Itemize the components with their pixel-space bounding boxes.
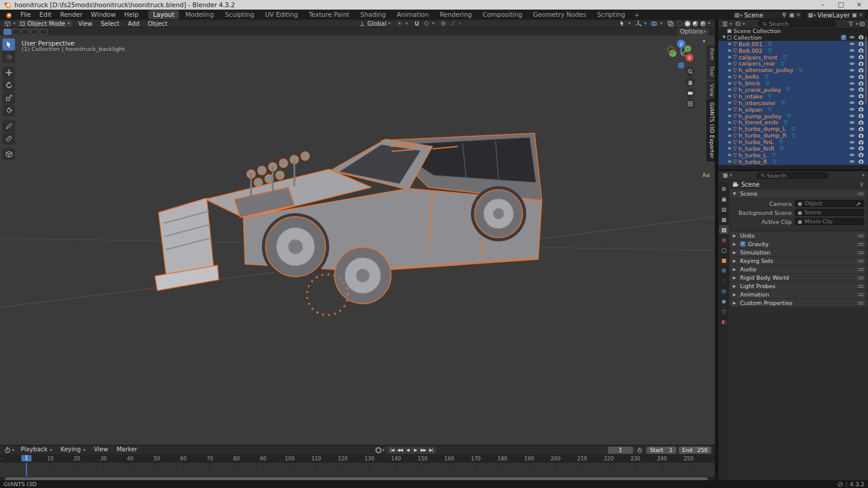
snap-magnet-icon[interactable] — [413, 20, 421, 27]
object-name[interactable]: h_crank_pulley — [739, 86, 782, 93]
panel-simulation-header[interactable]: ▶Simulation — [730, 249, 867, 256]
object-name[interactable]: Bolt.001 — [739, 41, 763, 47]
outliner-row-object[interactable]: ▶▽h_intake▽ — [718, 93, 868, 100]
pivot-point-icon[interactable] — [395, 20, 404, 27]
outliner-row-object[interactable]: ▶▽h_pump_pulley▽ — [718, 113, 868, 119]
transform-tool-button[interactable] — [2, 104, 15, 116]
hide-eye-icon[interactable] — [849, 93, 855, 99]
outliner-row-object[interactable]: ▶▽h_alternator_pulley▽ — [718, 67, 868, 73]
disable-render-icon[interactable] — [858, 93, 864, 99]
workspace-tab-modeling[interactable]: Modeling — [180, 10, 219, 19]
object-name[interactable]: h_intake — [739, 93, 763, 100]
outliner-row-collection[interactable]: ▼▢Collection✓ — [718, 34, 868, 41]
timeline-ruler[interactable]: › 1 102030405060708090100110120130140150… — [0, 454, 715, 463]
object-name[interactable]: h_oilpan — [739, 106, 763, 113]
outliner-row-object[interactable]: ▶▽h_turbo_L▽ — [718, 152, 868, 158]
outliner-row-scene-collection[interactable]: ▣Scene Collection — [718, 28, 868, 34]
jump-end-button[interactable]: ▶| — [427, 447, 435, 454]
properties-tab-modifiers[interactable]: ⚙ — [719, 266, 729, 275]
hide-eye-icon[interactable] — [849, 139, 855, 145]
hide-eye-icon[interactable] — [849, 74, 855, 80]
next-keyframe-button[interactable]: ▶▶ — [419, 447, 427, 454]
select-mode-set-button[interactable] — [4, 29, 11, 35]
object-name[interactable]: h_tierod_ends — [739, 119, 778, 125]
select-mode-invert-button[interactable] — [31, 29, 38, 35]
outliner-row-object[interactable]: ▶▽h_belts▽ — [718, 73, 868, 80]
object-name[interactable]: h_turbo_L — [739, 152, 766, 158]
properties-tab-output[interactable]: ▤ — [719, 205, 729, 214]
disclosure-closed-icon[interactable]: ▶ — [727, 133, 733, 138]
disable-render-icon[interactable] — [858, 74, 864, 80]
disable-render-icon[interactable] — [858, 113, 864, 119]
disable-render-icon[interactable] — [858, 67, 864, 73]
prev-keyframe-button[interactable]: ◀◀ — [396, 447, 404, 454]
add-workspace-button[interactable]: + — [631, 11, 643, 19]
viewport-menu-add[interactable]: Add — [124, 19, 144, 29]
disable-render-icon[interactable] — [858, 47, 864, 53]
properties-tab-view-layer[interactable]: ▦ — [719, 215, 729, 224]
properties-tab-object[interactable]: ■ — [719, 256, 729, 265]
select-mode-intersect-button[interactable] — [40, 29, 47, 35]
play-button[interactable]: ▶ — [411, 447, 419, 454]
hide-eye-icon[interactable] — [849, 113, 855, 119]
disclosure-closed-icon[interactable]: ▶ — [727, 68, 733, 73]
hide-eye-icon[interactable] — [849, 119, 855, 125]
collection-checkbox[interactable]: ✓ — [841, 35, 846, 40]
hide-eye-icon[interactable] — [849, 34, 855, 40]
outliner-row-object[interactable]: ▶▽h_block▽ — [718, 80, 868, 86]
disclosure-closed-icon[interactable]: ▶ — [727, 100, 733, 105]
disable-render-icon[interactable] — [858, 34, 864, 40]
scene-selector[interactable]: ▧▾ Scene ▣ ✕ — [732, 11, 803, 19]
panel-keying-sets-header[interactable]: ▶Keying Sets — [730, 257, 867, 265]
panel-checkbox[interactable]: ✓ — [740, 241, 745, 247]
disable-render-icon[interactable] — [858, 54, 864, 60]
breadcrumb-scene-label[interactable]: Scene — [741, 181, 760, 188]
hide-eye-icon[interactable] — [849, 54, 855, 60]
panel-grip-icon[interactable] — [858, 277, 864, 279]
disable-render-icon[interactable] — [858, 126, 864, 132]
panel-animation-header[interactable]: ▶Animation — [730, 291, 867, 298]
workspace-tab-animation[interactable]: Animation — [392, 10, 434, 19]
disclosure-closed-icon[interactable]: ▶ — [727, 41, 733, 46]
gizmos-toggle-icon[interactable] — [634, 20, 642, 27]
measure-tool-button[interactable] — [2, 133, 15, 145]
object-name[interactable]: Bolt.002 — [739, 47, 763, 54]
auto-keyframe-button[interactable] — [375, 447, 381, 453]
disclosure-closed-icon[interactable]: ▶ — [727, 120, 733, 125]
hide-eye-icon[interactable] — [849, 126, 855, 132]
properties-search-input[interactable]: Search — [756, 172, 828, 179]
sidebar-tab-tool[interactable]: Tool — [706, 63, 715, 80]
hide-eye-icon[interactable] — [849, 158, 855, 164]
xray-toggle-icon[interactable] — [666, 20, 675, 27]
annotate-tool-button[interactable] — [2, 120, 15, 132]
panel-scene-header[interactable]: ▼ Scene — [730, 190, 867, 197]
shading-wireframe-button[interactable] — [677, 21, 682, 26]
object-name[interactable]: h_alternator_pulley — [739, 67, 794, 73]
outliner-row-object[interactable]: ▶▽h_turbo_dump_L▽ — [718, 125, 868, 132]
timeline-tracks[interactable] — [0, 463, 715, 477]
hide-eye-icon[interactable] — [849, 100, 855, 106]
panel-grip-icon[interactable] — [858, 243, 864, 246]
object-name[interactable]: h_turbo_finL — [739, 139, 774, 145]
outliner-search-input[interactable]: Search — [758, 20, 836, 27]
object-name[interactable]: h_turbo_dump_L — [739, 125, 786, 132]
field-input[interactable]: ▣Object — [795, 200, 864, 207]
editor-type-icon[interactable] — [3, 20, 11, 27]
outliner-row-object[interactable]: ▶▽h_turbo_dump_R▽ — [718, 132, 868, 139]
properties-tab-particles[interactable]: ∴ — [719, 276, 729, 285]
outliner-row-object[interactable]: ▶▽Bolt.001▽ — [718, 41, 868, 47]
new-view-layer-icon[interactable]: ▣ — [852, 12, 857, 18]
disclosure-closed-icon[interactable]: ▶ — [727, 127, 733, 131]
scale-tool-button[interactable] — [2, 92, 15, 104]
workspace-tab-texture-paint[interactable]: Texture Paint — [304, 10, 354, 19]
hide-eye-icon[interactable] — [849, 67, 855, 73]
select-box-tool-button[interactable] — [2, 38, 15, 50]
overlays-toggle-icon[interactable] — [650, 20, 658, 27]
properties-editor-type-icon[interactable] — [721, 172, 729, 179]
object-name[interactable]: h_turbo_R — [739, 158, 768, 165]
workspace-tab-sculpting[interactable]: Sculpting — [220, 10, 259, 19]
menu-edit[interactable]: Edit — [35, 10, 56, 20]
shading-material-button[interactable] — [693, 21, 698, 26]
viewport-menu-object[interactable]: Object — [144, 19, 172, 29]
object-name[interactable]: h_turbo_finR — [739, 145, 775, 152]
